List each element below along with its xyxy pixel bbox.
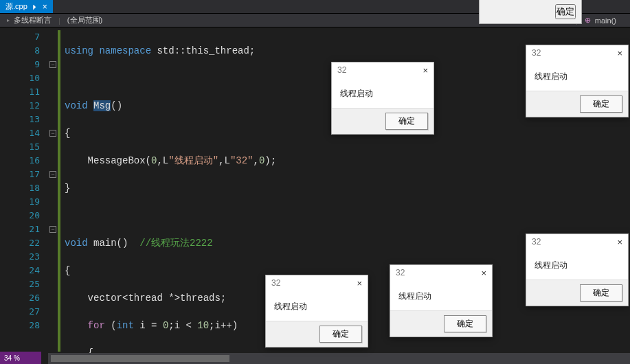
messagebox[interactable]: 32× 线程启动 确定 xyxy=(390,264,493,337)
line-number: 26 xyxy=(0,291,48,305)
dialog-text: 线程启动 xyxy=(526,249,628,280)
line-number: 12 xyxy=(0,99,48,113)
dialog-text: 线程启动 xyxy=(266,290,368,321)
dialog-text: 线程启动 xyxy=(390,280,492,310)
status-bar: 34 % xyxy=(0,352,41,364)
chevron-right-icon: ▸ xyxy=(7,17,10,23)
messagebox-partial: 确定 xyxy=(479,0,582,24)
dialog-text: 线程启动 xyxy=(332,77,434,108)
tab-close-icon[interactable]: × xyxy=(43,2,47,12)
line-number: 15 xyxy=(0,140,48,154)
fold-toggle[interactable]: − xyxy=(49,130,56,137)
file-tab[interactable]: 源.cpp ⏵ × xyxy=(0,0,53,13)
dialog-title: 32 xyxy=(337,65,346,76)
close-icon[interactable]: × xyxy=(423,65,428,76)
line-number: 20 xyxy=(0,209,48,223)
horizontal-scrollbar[interactable] xyxy=(48,353,630,364)
file-tab-label: 源.cpp xyxy=(5,1,27,12)
zoom-level[interactable]: 34 % xyxy=(4,354,20,362)
messagebox[interactable]: 32× 线程启动 确定 xyxy=(265,275,368,348)
fold-toggle[interactable]: − xyxy=(49,226,56,233)
line-number: 16 xyxy=(0,154,48,168)
line-number: 23 xyxy=(0,250,48,264)
pin-icon[interactable]: ⏵ xyxy=(32,3,38,10)
messagebox[interactable]: 32× 线程启动 确定 xyxy=(331,62,434,135)
line-number: 10 xyxy=(0,71,48,85)
line-number: 14 xyxy=(0,126,48,140)
messagebox[interactable]: 32× 线程启动 确定 xyxy=(526,45,629,117)
dialog-text: 线程启动 xyxy=(526,60,628,91)
dialog-title: 32 xyxy=(532,48,541,58)
ok-button[interactable]: 确定 xyxy=(555,4,576,19)
fold-toggle[interactable]: − xyxy=(49,171,56,178)
ok-button[interactable]: 确定 xyxy=(580,95,622,113)
line-number: 22 xyxy=(0,236,48,250)
line-number: 21 xyxy=(0,223,48,236)
breadcrumb-project[interactable]: ▸ 多线程断言 xyxy=(0,15,58,25)
ok-button[interactable]: 确定 xyxy=(385,113,428,130)
line-number: 28 xyxy=(0,319,48,332)
line-number: 13 xyxy=(0,113,48,126)
line-number: 8 xyxy=(0,44,48,58)
messagebox[interactable]: 32× 线程启动 确定 xyxy=(526,234,629,306)
ok-button[interactable]: 确定 xyxy=(580,284,622,302)
dialog-title: 32 xyxy=(532,237,541,247)
dialog-title: 32 xyxy=(396,268,405,278)
line-number: 27 xyxy=(0,305,48,319)
close-icon[interactable]: × xyxy=(357,278,362,288)
close-icon[interactable]: × xyxy=(481,268,486,278)
close-icon[interactable]: × xyxy=(617,48,622,58)
line-number-gutter: 7891011121314151617181920212223242526272… xyxy=(0,27,48,352)
line-number: 7 xyxy=(0,30,48,44)
ok-button[interactable]: 确定 xyxy=(444,315,486,332)
close-icon[interactable]: × xyxy=(617,237,622,247)
line-number: 25 xyxy=(0,277,48,291)
line-number: 18 xyxy=(0,181,48,195)
line-number: 17 xyxy=(0,168,48,181)
breadcrumb-function[interactable]: ⊕ main() xyxy=(578,16,630,25)
line-number: 11 xyxy=(0,85,48,99)
dialog-title: 32 xyxy=(271,278,280,288)
line-number: 24 xyxy=(0,264,48,277)
ok-button[interactable]: 确定 xyxy=(319,326,362,343)
line-number: 9 xyxy=(0,58,48,71)
scrollbar-thumb[interactable] xyxy=(51,355,229,362)
fold-gutter: − − − − xyxy=(48,27,58,352)
fold-toggle[interactable]: − xyxy=(49,61,56,68)
line-number: 19 xyxy=(0,195,48,209)
